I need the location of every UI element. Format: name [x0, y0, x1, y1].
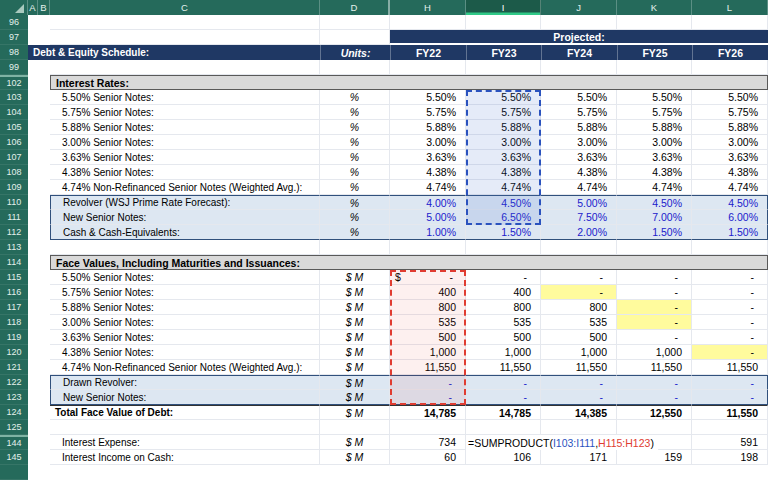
- cell-C120[interactable]: 4.38% Senior Notes:: [50, 345, 320, 360]
- cell-I145[interactable]: 106: [466, 450, 541, 465]
- row-header-108[interactable]: 108: [0, 165, 28, 180]
- cell-A108[interactable]: [28, 165, 38, 180]
- cell-B117[interactable]: [38, 300, 50, 315]
- cell-L106[interactable]: 3.00%: [692, 135, 768, 150]
- cell-H107[interactable]: 3.63%: [390, 150, 466, 165]
- cell-B97[interactable]: [38, 30, 50, 45]
- cell-H108[interactable]: 4.38%: [390, 165, 466, 180]
- cell-B145[interactable]: [38, 450, 50, 465]
- cell-B106[interactable]: [38, 135, 50, 150]
- cell-K123[interactable]: -: [617, 390, 692, 405]
- cell-H104[interactable]: 5.75%: [390, 105, 466, 120]
- cell-C105[interactable]: 5.88% Senior Notes:: [50, 120, 320, 135]
- cell-J105[interactable]: 5.88%: [541, 120, 617, 135]
- row-header-111[interactable]: 111: [0, 210, 28, 225]
- row-header-123[interactable]: 123: [0, 390, 28, 405]
- cell-A106[interactable]: [28, 135, 38, 150]
- cell-C116[interactable]: 5.75% Senior Notes:: [50, 285, 320, 300]
- cell-D121[interactable]: $ M: [320, 360, 390, 375]
- cell-D99[interactable]: [320, 60, 390, 75]
- cell-H120[interactable]: 1,000: [390, 345, 466, 360]
- cell-B107[interactable]: [38, 150, 50, 165]
- cell-C124[interactable]: Total Face Value of Debt:: [50, 405, 320, 420]
- cell-L118[interactable]: -: [692, 315, 768, 330]
- cell-D103[interactable]: %: [320, 90, 390, 105]
- cell-B112[interactable]: [38, 225, 50, 240]
- cell-L116[interactable]: -: [692, 285, 768, 300]
- cell-K107[interactable]: 3.63%: [617, 150, 692, 165]
- cell-A115[interactable]: [28, 270, 38, 285]
- cell-K108[interactable]: 4.38%: [617, 165, 692, 180]
- row-header-102[interactable]: 102: [0, 75, 28, 90]
- cell-H116[interactable]: 400: [390, 285, 466, 300]
- cell-H118[interactable]: 535: [390, 315, 466, 330]
- cell-L111[interactable]: 6.00%: [692, 210, 768, 225]
- cell-L121[interactable]: 11,550: [692, 360, 768, 375]
- cell-B144[interactable]: [38, 435, 50, 450]
- cell-C112[interactable]: Cash & Cash-Equivalents:: [50, 225, 320, 240]
- cell-J112[interactable]: 2.00%: [541, 225, 617, 240]
- cell-A122[interactable]: [28, 375, 38, 390]
- cell-D111[interactable]: %: [320, 210, 390, 225]
- cell-H121[interactable]: 11,550: [390, 360, 466, 375]
- cell-A96[interactable]: [28, 15, 38, 30]
- cell-J120[interactable]: 1,000: [541, 345, 617, 360]
- column-header-B[interactable]: B: [38, 0, 50, 15]
- year-header-FY24[interactable]: FY24: [541, 45, 617, 60]
- cell-I120[interactable]: 1,000: [466, 345, 541, 360]
- cell-L144[interactable]: 591: [692, 435, 768, 450]
- cell-H145[interactable]: 60: [390, 450, 466, 465]
- cell-C97[interactable]: [50, 30, 320, 45]
- row-header-121[interactable]: 121: [0, 360, 28, 375]
- cell-J99[interactable]: [541, 60, 617, 75]
- column-header-H[interactable]: H: [390, 0, 466, 15]
- cell-H106[interactable]: 3.00%: [390, 135, 466, 150]
- cell-C99[interactable]: [50, 60, 320, 75]
- row-header-103[interactable]: 103: [0, 90, 28, 105]
- cell-D96[interactable]: [320, 15, 390, 30]
- cell-I108[interactable]: 4.38%: [466, 165, 541, 180]
- cell-D104[interactable]: %: [320, 105, 390, 120]
- cell-J106[interactable]: 3.00%: [541, 135, 617, 150]
- cell-A103[interactable]: [28, 90, 38, 105]
- cell-K106[interactable]: 3.00%: [617, 135, 692, 150]
- cell-A109[interactable]: [28, 180, 38, 195]
- cell-J107[interactable]: 3.63%: [541, 150, 617, 165]
- cell-H125[interactable]: [390, 420, 466, 435]
- column-header-J[interactable]: J: [541, 0, 617, 15]
- cell-H105[interactable]: 5.88%: [390, 120, 466, 135]
- cell-L120[interactable]: -: [692, 345, 768, 360]
- cell-I125[interactable]: [466, 420, 541, 435]
- cell-D105[interactable]: %: [320, 120, 390, 135]
- cell-D109[interactable]: %: [320, 180, 390, 195]
- row-header-119[interactable]: 119: [0, 330, 28, 345]
- cell-A104[interactable]: [28, 105, 38, 120]
- row-header-122[interactable]: 122: [0, 375, 28, 390]
- cell-B121[interactable]: [38, 360, 50, 375]
- row-header-144[interactable]: 144: [0, 435, 28, 450]
- cell-H117[interactable]: 800: [390, 300, 466, 315]
- cell-K122[interactable]: -: [617, 375, 692, 390]
- cell-H124[interactable]: 14,785: [390, 405, 466, 420]
- cell-B105[interactable]: [38, 120, 50, 135]
- cell-H109[interactable]: 4.74%: [390, 180, 466, 195]
- cell-J109[interactable]: 4.74%: [541, 180, 617, 195]
- cell-K113[interactable]: [617, 240, 692, 255]
- cell-J96[interactable]: [541, 15, 617, 30]
- cell-H103[interactable]: 5.50%: [390, 90, 466, 105]
- cell-B104[interactable]: [38, 105, 50, 120]
- cell-H115[interactable]: $-: [390, 270, 466, 285]
- cell-D116[interactable]: $ M: [320, 285, 390, 300]
- cell-J122[interactable]: -: [541, 375, 617, 390]
- cell-D110[interactable]: %: [320, 195, 390, 210]
- cell-C144[interactable]: Interest Expense:: [50, 435, 320, 450]
- column-header-D[interactable]: D: [320, 0, 390, 15]
- cell-D113[interactable]: [320, 240, 390, 255]
- row-header-110[interactable]: 110: [0, 195, 28, 210]
- cell-K112[interactable]: 1.50%: [617, 225, 692, 240]
- projected-header[interactable]: Projected:: [390, 30, 768, 45]
- cell-L115[interactable]: -: [692, 270, 768, 285]
- row-header-124[interactable]: 124: [0, 405, 28, 420]
- cell-H99[interactable]: [390, 60, 466, 75]
- row-header-114[interactable]: 114: [0, 255, 28, 270]
